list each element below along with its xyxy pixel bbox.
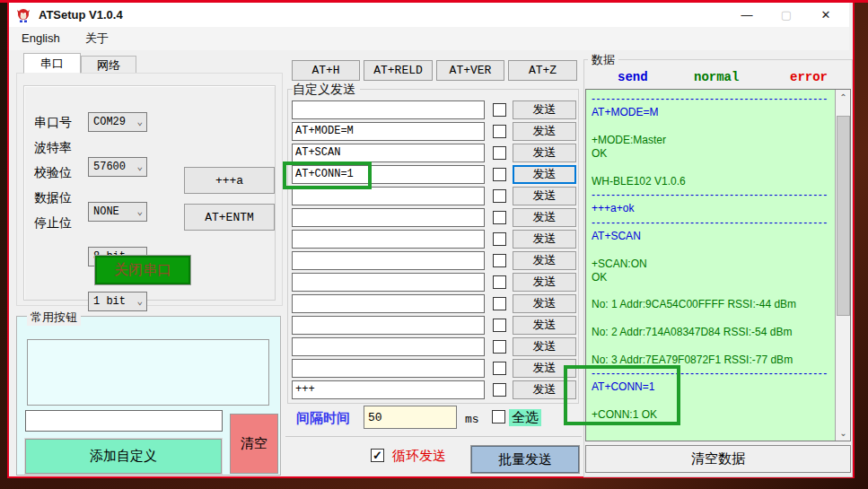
log-line xyxy=(592,120,832,134)
clear-common-button[interactable]: 清空 xyxy=(230,414,278,474)
menu-bar: English 关于 xyxy=(9,27,849,50)
scroll-up-icon[interactable]: ⌃ xyxy=(837,90,850,105)
custom-command-input[interactable] xyxy=(292,273,485,292)
send-button[interactable]: 发送 xyxy=(513,208,576,227)
custom-command-input[interactable] xyxy=(292,100,485,119)
custom-send-row: 发送 xyxy=(292,249,579,271)
batch-send-button[interactable]: 批量发送 xyxy=(471,446,579,473)
tab-serial[interactable]: 串口 xyxy=(23,53,81,74)
log-line: +++a+ok xyxy=(592,202,832,215)
row-checkbox[interactable] xyxy=(493,362,506,375)
log-line: No: 1 Addr:9CA54C00FFFF RSSI:-44 dBm xyxy=(592,298,832,311)
custom-command-input[interactable] xyxy=(292,144,485,162)
log-line: AT+SCAN xyxy=(592,230,832,243)
row-checkbox[interactable] xyxy=(493,146,506,160)
row-checkbox[interactable] xyxy=(493,189,506,203)
select-all-checkbox[interactable] xyxy=(492,410,505,424)
baud-rate-label: 波特率 xyxy=(34,140,72,156)
send-button[interactable]: 发送 xyxy=(513,294,576,313)
at-reld-button[interactable]: AT+RELD xyxy=(364,60,433,81)
custom-command-input[interactable] xyxy=(292,294,485,313)
send-button[interactable]: 发送 xyxy=(513,337,576,356)
custom-command-input[interactable] xyxy=(292,359,485,378)
row-checkbox[interactable] xyxy=(493,297,506,310)
minimize-button[interactable]: — xyxy=(727,3,767,27)
custom-command-input[interactable] xyxy=(292,208,485,227)
custom-send-row: 发送 xyxy=(292,228,579,249)
chevron-down-icon: ⌄ xyxy=(136,295,143,307)
interval-unit: ms xyxy=(465,413,479,426)
desktop: ATSetup V1.0.4 — ▢ ✕ English 关于 串口 网络 串口… xyxy=(0,0,868,489)
send-button[interactable]: 发送 xyxy=(513,230,576,249)
parity-label: 校验位 xyxy=(34,165,72,181)
send-button[interactable]: 发送 xyxy=(513,165,576,184)
row-checkbox[interactable] xyxy=(493,275,506,289)
log-line: ----------------------------------------… xyxy=(592,216,832,230)
custom-send-row: 发送 xyxy=(292,314,579,336)
at-entm-button[interactable]: AT+ENTM xyxy=(184,204,275,231)
scroll-down-icon[interactable]: ⌄ xyxy=(837,425,850,441)
row-checkbox[interactable] xyxy=(493,125,506,138)
log-line: +SCAN:ON xyxy=(592,258,832,271)
row-checkbox[interactable] xyxy=(493,340,506,354)
plus-a-button[interactable]: +++a xyxy=(184,167,275,194)
row-checkbox[interactable] xyxy=(493,103,506,117)
send-button[interactable]: 发送 xyxy=(513,273,576,292)
close-button[interactable]: ✕ xyxy=(806,3,846,27)
interval-label: 间隔时间 xyxy=(296,410,350,427)
loop-send-checkbox[interactable] xyxy=(371,449,384,462)
parity-select[interactable]: NONE⌄ xyxy=(88,202,147,222)
clear-data-button[interactable]: 清空数据 xyxy=(585,445,851,473)
custom-command-input[interactable] xyxy=(292,122,485,141)
send-button[interactable]: 发送 xyxy=(513,122,576,141)
row-checkbox[interactable] xyxy=(493,168,506,181)
tab-network[interactable]: 网络 xyxy=(81,56,136,74)
send-button[interactable]: 发送 xyxy=(513,144,576,162)
com-port-select[interactable]: COM29⌄ xyxy=(88,112,147,132)
menu-item-about[interactable]: 关于 xyxy=(73,27,121,50)
baud-rate-select[interactable]: 57600⌄ xyxy=(88,157,147,177)
row-checkbox[interactable] xyxy=(493,319,506,332)
log-line: OK xyxy=(592,271,832,284)
at-z-button[interactable]: AT+Z xyxy=(508,60,577,81)
maximize-button: ▢ xyxy=(767,3,806,27)
log-line xyxy=(592,284,832,298)
chevron-down-icon: ⌄ xyxy=(136,161,143,172)
custom-command-input[interactable] xyxy=(292,316,485,335)
row-checkbox[interactable] xyxy=(493,254,506,267)
send-button[interactable]: 发送 xyxy=(513,316,576,335)
new-command-input[interactable] xyxy=(25,410,223,432)
stop-bits-select[interactable]: 1 bit⌄ xyxy=(88,292,147,311)
divider xyxy=(285,436,582,437)
at-h-button[interactable]: AT+H xyxy=(292,60,360,81)
send-button[interactable]: 发送 xyxy=(513,187,576,205)
data-bits-label: 数据位 xyxy=(34,190,72,206)
chevron-down-icon: ⌄ xyxy=(136,116,143,127)
log-line xyxy=(592,312,832,326)
row-checkbox[interactable] xyxy=(493,383,506,397)
at-ver-button[interactable]: AT+VER xyxy=(436,60,504,81)
log-scrollbar[interactable]: ⌃ ⌄ xyxy=(835,90,850,441)
add-custom-button[interactable]: 添加自定义 xyxy=(25,439,222,474)
menu-item-english[interactable]: English xyxy=(9,27,73,50)
send-button[interactable]: 发送 xyxy=(513,100,576,119)
common-buttons-list[interactable] xyxy=(27,339,269,406)
custom-send-row: 发送 xyxy=(292,293,579,314)
custom-command-input[interactable] xyxy=(292,380,485,399)
interval-input[interactable] xyxy=(364,406,457,429)
log-line: No: 2 Addr:714A08347D84 RSSI:-54 dBm xyxy=(592,326,832,339)
custom-command-input[interactable] xyxy=(292,230,485,249)
row-checkbox[interactable] xyxy=(493,211,506,224)
data-title: 数据 xyxy=(588,52,618,68)
close-serial-button[interactable]: 关闭串口 xyxy=(94,255,191,285)
scrollbar-thumb[interactable] xyxy=(837,116,850,316)
custom-command-input[interactable] xyxy=(292,251,485,270)
window-title: ATSetup V1.0.4 xyxy=(39,8,123,22)
log-line: OK xyxy=(592,147,832,161)
row-checkbox[interactable] xyxy=(493,232,506,246)
send-button[interactable]: 发送 xyxy=(513,251,576,270)
log-line: AT+MODE=M xyxy=(592,106,832,119)
custom-command-input[interactable] xyxy=(292,337,485,356)
custom-send-row: 发送 xyxy=(292,271,579,293)
log-line: WH-BLE102 V1.0.6 xyxy=(592,175,832,188)
